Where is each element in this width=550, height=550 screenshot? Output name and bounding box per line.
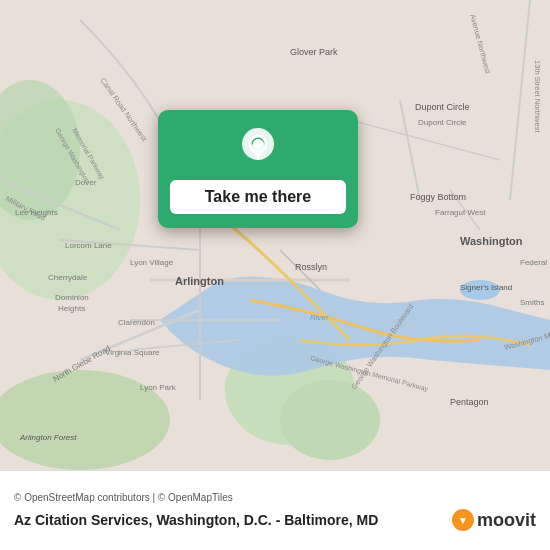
svg-text:River: River [310, 313, 329, 322]
svg-point-4 [280, 380, 380, 460]
location-card: Take me there [158, 110, 358, 228]
take-me-there-button[interactable]: Take me there [170, 180, 346, 214]
svg-text:Cherrydale: Cherrydale [48, 273, 88, 282]
attribution-text: © OpenStreetMap contributors | © OpenMap… [14, 492, 536, 503]
moovit-label: moovit [477, 510, 536, 531]
svg-text:Dupont Circle: Dupont Circle [418, 118, 467, 127]
svg-text:Virginia Square: Virginia Square [105, 348, 160, 357]
footer: © OpenStreetMap contributors | © OpenMap… [0, 470, 550, 550]
svg-text:Signer's Island: Signer's Island [460, 283, 512, 292]
svg-point-55 [253, 139, 263, 149]
svg-text:Lyon Village: Lyon Village [130, 258, 174, 267]
svg-text:Pentagon: Pentagon [450, 397, 489, 407]
svg-text:Foggy Bottom: Foggy Bottom [410, 192, 466, 202]
svg-text:Smiths: Smiths [520, 298, 544, 307]
svg-text:Clarendon: Clarendon [118, 318, 155, 327]
map-pin-icon [236, 126, 280, 170]
svg-text:Farragut West: Farragut West [435, 208, 486, 217]
svg-text:Heights: Heights [58, 304, 85, 313]
svg-text:Arlington Forest: Arlington Forest [19, 433, 77, 442]
svg-text:Glover Park: Glover Park [290, 47, 338, 57]
svg-text:Arlington: Arlington [175, 275, 224, 287]
svg-text:Lorcom Lane: Lorcom Lane [65, 241, 112, 250]
svg-text:Dupont Circle: Dupont Circle [415, 102, 470, 112]
svg-text:Federal: Federal [520, 258, 547, 267]
svg-text:Dominion: Dominion [55, 293, 89, 302]
svg-text:13th Street Northwest: 13th Street Northwest [533, 60, 542, 133]
svg-text:Rosslyn: Rosslyn [295, 262, 327, 272]
svg-text:Washington: Washington [460, 235, 523, 247]
map-background: Glover Park Dupont Circle Dupont Circle … [0, 0, 550, 470]
moovit-logo: moovit [452, 509, 536, 531]
footer-info: Az Citation Services, Washington, D.C. -… [14, 509, 536, 531]
map-container: Glover Park Dupont Circle Dupont Circle … [0, 0, 550, 470]
svg-text:Lyon Park: Lyon Park [140, 383, 177, 392]
moovit-icon [452, 509, 474, 531]
location-name: Az Citation Services, Washington, D.C. -… [14, 512, 452, 528]
